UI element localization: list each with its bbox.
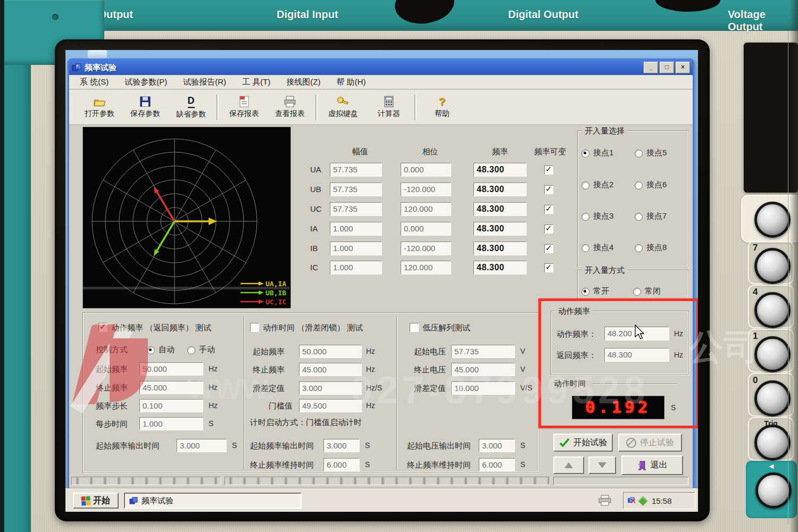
contact-1-radio[interactable] bbox=[581, 149, 589, 157]
normally-open-radio[interactable] bbox=[581, 288, 589, 296]
ib-amplitude-field[interactable]: 1.000 bbox=[330, 242, 382, 255]
lv-test-checkbox[interactable] bbox=[410, 323, 419, 332]
check-icon bbox=[559, 438, 570, 447]
ft-end-freq-field[interactable]: 45.000 bbox=[139, 381, 203, 394]
virtual-keyboard-button[interactable]: 虚拟键盘 bbox=[320, 92, 366, 123]
tt-threshold-field[interactable]: 49.500 bbox=[299, 399, 362, 412]
ib-phase-field[interactable]: -120.000 bbox=[401, 242, 451, 255]
lv-start-volt-field[interactable]: 57.735 bbox=[451, 345, 515, 358]
window-titlebar[interactable]: 频率试验 _ □ × bbox=[69, 60, 693, 75]
save-params-button[interactable]: 保存参数 bbox=[122, 92, 168, 123]
save-report-button[interactable]: 保存报表 bbox=[221, 92, 267, 123]
contact-2-radio[interactable] bbox=[581, 181, 589, 189]
ia-frequency-field[interactable]: 48.300 bbox=[473, 222, 527, 236]
contact-5-radio[interactable] bbox=[635, 149, 643, 157]
lv-output-time-field[interactable]: 3.000 bbox=[479, 439, 515, 452]
ic-frequency-field[interactable]: 48.300 bbox=[473, 261, 527, 275]
ft-start-freq-label: 起始频率 bbox=[96, 364, 128, 375]
start-test-button[interactable]: 开始试验 bbox=[553, 434, 613, 452]
tray-app-icon[interactable] bbox=[638, 496, 647, 505]
open-params-button[interactable]: 打开参数 bbox=[77, 92, 122, 123]
start-button[interactable]: 开始 bbox=[73, 493, 119, 509]
ua-phase-field[interactable]: 0.000 bbox=[401, 163, 451, 177]
ft-output-time-field[interactable]: 3.000 bbox=[177, 439, 227, 452]
scroll-up-button[interactable] bbox=[553, 456, 584, 474]
ic-freq-variable-checkbox[interactable] bbox=[544, 263, 553, 272]
lv-end-volt-field[interactable]: 45.000 bbox=[451, 363, 515, 376]
keypad-key-0-button[interactable] bbox=[754, 380, 791, 417]
lv-hold-time-field[interactable]: 6.000 bbox=[479, 458, 515, 471]
close-button[interactable]: × bbox=[676, 62, 690, 73]
return-frequency-field[interactable]: 48.300 bbox=[604, 348, 669, 362]
menu-wiring-diagram[interactable]: 接线图(Z) bbox=[286, 77, 320, 87]
control-manual-radio[interactable] bbox=[187, 346, 195, 354]
keypad-key-left-button[interactable] bbox=[755, 472, 792, 509]
keypad-key-1-button[interactable] bbox=[754, 336, 791, 372]
taskbar-clock[interactable]: 15:58 bbox=[652, 496, 672, 505]
contact-1-label: 接点1 bbox=[593, 148, 613, 158]
control-auto-radio[interactable] bbox=[147, 346, 155, 354]
scroll-down-button[interactable] bbox=[588, 456, 616, 474]
menu-system[interactable]: 系 统(S) bbox=[80, 77, 109, 87]
view-report-button[interactable]: 查看报表 bbox=[267, 92, 313, 123]
tt-slip-field[interactable]: 3.000 bbox=[299, 381, 362, 395]
ub-frequency-field[interactable]: 48.300 bbox=[473, 182, 527, 196]
keypad-key-1-label: 1 bbox=[753, 331, 758, 342]
stop-test-button[interactable]: 停止试验 bbox=[618, 434, 682, 452]
tt-slip-label: 滑差定值 bbox=[253, 384, 285, 394]
uc-freq-variable-checkbox[interactable] bbox=[544, 205, 553, 214]
menu-test-report[interactable]: 试验报告(R) bbox=[183, 77, 226, 87]
menu-tools[interactable]: 工 具(T) bbox=[242, 77, 270, 87]
hardware-knob-button[interactable] bbox=[754, 202, 791, 238]
ub-freq-variable-checkbox[interactable] bbox=[544, 185, 553, 194]
ua-amplitude-field[interactable]: 57.735 bbox=[330, 163, 382, 177]
result-highlight-box: 动作频率 动作频率： 48.200 Hz 返回频率： 48.300 Hz 动作时… bbox=[538, 298, 698, 428]
ia-freq-variable-checkbox[interactable] bbox=[544, 225, 553, 234]
time-test-checkbox[interactable] bbox=[250, 323, 259, 332]
contact-6-radio[interactable] bbox=[635, 181, 643, 189]
ft-start-freq-field[interactable]: 50.000 bbox=[139, 362, 203, 376]
ub-phase-field[interactable]: -120.000 bbox=[401, 182, 451, 196]
ic-amplitude-field[interactable]: 1.000 bbox=[330, 261, 382, 275]
keypad-key-7-button[interactable] bbox=[754, 248, 791, 284]
uc-amplitude-field[interactable]: 57.735 bbox=[330, 202, 382, 216]
exit-button[interactable]: 退出 bbox=[621, 455, 683, 475]
ia-amplitude-field[interactable]: 1.000 bbox=[330, 222, 382, 236]
uc-phase-field[interactable]: 120.000 bbox=[401, 202, 451, 216]
ic-phase-field[interactable]: 120.000 bbox=[401, 261, 451, 275]
tt-output-time-field[interactable]: 3.000 bbox=[323, 439, 360, 452]
ib-freq-variable-checkbox[interactable] bbox=[544, 244, 553, 253]
contact-7-radio[interactable] bbox=[635, 213, 643, 221]
tt-hold-time-field[interactable]: 6.000 bbox=[323, 458, 360, 471]
default-params-button[interactable]: D 缺省参数 bbox=[168, 92, 214, 123]
calculator-button[interactable]: 计算器 bbox=[366, 92, 412, 123]
help-button[interactable]: ? 帮助 bbox=[419, 92, 465, 123]
contact-8-radio[interactable] bbox=[635, 244, 643, 252]
maximize-button[interactable]: □ bbox=[660, 62, 674, 73]
menu-test-params[interactable]: 试验参数(P) bbox=[124, 77, 167, 87]
ft-step-field[interactable]: 0.100 bbox=[139, 399, 203, 412]
ua-frequency-field[interactable]: 48.300 bbox=[473, 163, 527, 177]
menu-help[interactable]: 帮 助(H) bbox=[336, 77, 365, 87]
ua-freq-variable-checkbox[interactable] bbox=[544, 165, 553, 174]
freq-test-checkbox[interactable] bbox=[98, 323, 107, 332]
tray-printer-icon[interactable] bbox=[597, 495, 612, 506]
keypad-key-trig-button[interactable] bbox=[754, 425, 791, 461]
taskbar-item-frequency-test[interactable]: 频率试验 bbox=[124, 493, 302, 509]
tt-end-freq-field[interactable]: 45.000 bbox=[299, 363, 362, 376]
ub-amplitude-field[interactable]: 57.735 bbox=[330, 182, 382, 196]
tray-network-icon[interactable]: ✕ bbox=[628, 497, 636, 505]
uc-frequency-field[interactable]: 48.300 bbox=[473, 202, 527, 216]
keypad-key-4-button[interactable] bbox=[754, 292, 791, 328]
contact-3-radio[interactable] bbox=[581, 213, 589, 221]
contact-4-radio[interactable] bbox=[581, 244, 589, 252]
lv-output-time-label: 起始电压输出时间 bbox=[407, 441, 471, 451]
lv-slip-field[interactable]: 10.000 bbox=[451, 381, 515, 395]
ft-step-time-field[interactable]: 1.000 bbox=[139, 417, 203, 430]
ia-phase-field[interactable]: 0.000 bbox=[401, 222, 451, 236]
ft-step-label: 频率步长 bbox=[96, 401, 128, 411]
ib-frequency-field[interactable]: 48.300 bbox=[473, 242, 527, 255]
normally-closed-radio[interactable] bbox=[633, 288, 641, 296]
minimize-button[interactable]: _ bbox=[644, 62, 658, 73]
tt-start-freq-field[interactable]: 50.000 bbox=[299, 345, 362, 358]
